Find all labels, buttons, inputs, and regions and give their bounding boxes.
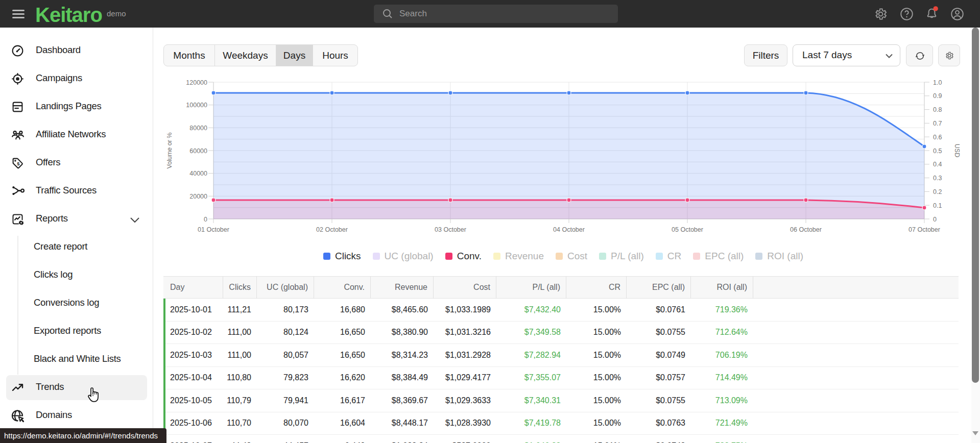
svg-text:04 October: 04 October (553, 226, 585, 233)
svg-text:80000: 80000 (189, 125, 207, 132)
svg-text:20000: 20000 (189, 193, 207, 200)
svg-text:0.3: 0.3 (933, 175, 942, 182)
svg-text:0: 0 (933, 216, 937, 223)
svg-text:0.7: 0.7 (933, 120, 942, 127)
svg-text:01 October: 01 October (198, 226, 229, 233)
svg-text:03 October: 03 October (435, 226, 466, 233)
svg-text:Volume or %: Volume or % (166, 133, 173, 169)
svg-text:02 October: 02 October (316, 226, 348, 233)
svg-text:0.9: 0.9 (933, 92, 942, 100)
svg-text:100000: 100000 (186, 102, 207, 109)
svg-text:0.5: 0.5 (933, 147, 942, 155)
svg-text:USD: USD (953, 144, 961, 157)
svg-text:0.8: 0.8 (933, 106, 942, 113)
svg-text:05 October: 05 October (672, 226, 703, 233)
svg-text:1.0: 1.0 (933, 79, 942, 86)
svg-text:06 October: 06 October (790, 226, 822, 233)
svg-text:0.4: 0.4 (933, 161, 942, 168)
svg-text:0.1: 0.1 (933, 202, 942, 209)
svg-text:0: 0 (204, 216, 207, 223)
svg-text:60000: 60000 (189, 147, 207, 155)
svg-text:0.2: 0.2 (933, 188, 942, 195)
svg-text:120000: 120000 (186, 79, 207, 86)
svg-text:40000: 40000 (189, 170, 207, 177)
svg-text:07 October: 07 October (909, 226, 940, 233)
svg-text:$: $ (17, 161, 20, 166)
svg-text:0.6: 0.6 (933, 134, 942, 141)
